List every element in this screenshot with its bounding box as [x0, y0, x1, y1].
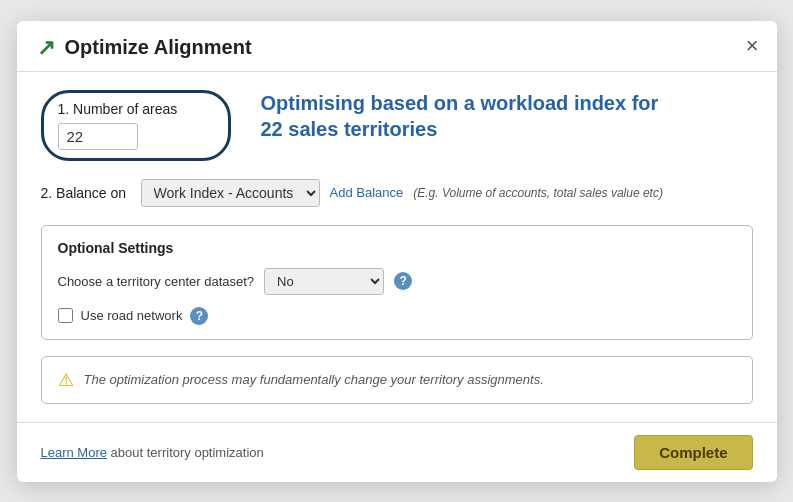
warning-text: The optimization process may fundamental…: [84, 372, 544, 387]
dialog-title-text: Optimize Alignment: [65, 36, 252, 59]
top-section: 1. Number of areas Optimising based on a…: [41, 90, 753, 161]
learn-more-link[interactable]: Learn More: [41, 445, 107, 460]
dialog-footer: Learn More about territory optimization …: [17, 422, 777, 482]
number-of-areas-input[interactable]: [58, 123, 138, 150]
balance-select[interactable]: Work Index - Accounts Volume of accounts…: [141, 179, 320, 207]
balance-row: 2. Balance on Work Index - Accounts Volu…: [41, 179, 753, 207]
road-network-help-icon[interactable]: ?: [190, 307, 208, 325]
road-network-label: Use road network: [81, 308, 183, 323]
dialog-body: 1. Number of areas Optimising based on a…: [17, 72, 777, 414]
optional-settings-panel: Optional Settings Choose a territory cen…: [41, 225, 753, 340]
add-balance-hint: (E.g. Volume of accounts, total sales va…: [413, 186, 663, 200]
footer-suffix: about territory optimization: [107, 445, 264, 460]
complete-button[interactable]: Complete: [634, 435, 752, 470]
road-network-checkbox[interactable]: [58, 308, 73, 323]
dialog-title: ↗ Optimize Alignment: [37, 35, 252, 61]
territory-center-row: Choose a territory center dataset? No Ye…: [58, 268, 736, 295]
number-of-areas-label: 1. Number of areas: [58, 101, 210, 117]
warning-icon: ⚠: [58, 369, 74, 391]
dialog-header: ↗ Optimize Alignment ×: [17, 21, 777, 72]
optimising-text: Optimising based on a workload index for…: [261, 90, 661, 142]
territory-center-label: Choose a territory center dataset?: [58, 274, 255, 289]
close-button[interactable]: ×: [746, 35, 759, 57]
add-balance-link[interactable]: Add Balance: [330, 185, 404, 200]
optimize-alignment-dialog: ↗ Optimize Alignment × 1. Number of area…: [17, 21, 777, 482]
territory-center-select[interactable]: No Yes: [264, 268, 384, 295]
territory-help-icon[interactable]: ?: [394, 272, 412, 290]
road-network-row: Use road network ?: [58, 307, 736, 325]
trending-up-icon: ↗: [37, 35, 55, 61]
warning-box: ⚠ The optimization process may fundament…: [41, 356, 753, 404]
number-of-areas-group: 1. Number of areas: [41, 90, 231, 161]
footer-left: Learn More about territory optimization: [41, 445, 264, 460]
optional-settings-title: Optional Settings: [58, 240, 736, 256]
balance-label: 2. Balance on: [41, 185, 131, 201]
